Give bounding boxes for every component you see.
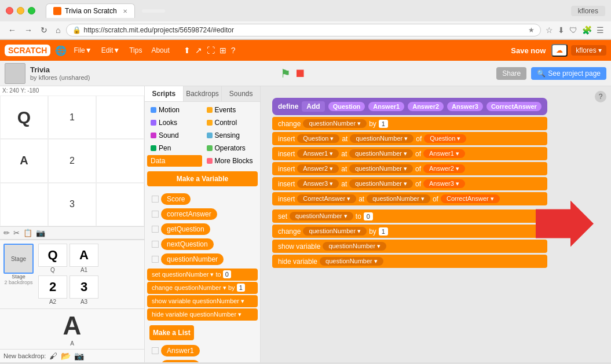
globe-icon[interactable]: 🌐 — [55, 45, 67, 56]
sprite-item-a1[interactable]: A A1 — [69, 244, 98, 273]
pointer-icon[interactable]: ↗ — [195, 46, 202, 55]
cat-sensing[interactable]: Sensing — [203, 130, 258, 141]
var-score-pill[interactable]: Score — [161, 193, 191, 205]
back-button[interactable]: ← — [6, 24, 19, 36]
paint-icon[interactable]: 🖌 — [49, 351, 57, 361]
scratch-cloud-button[interactable]: ☁ — [551, 44, 568, 57]
var-correct-answer-pill[interactable]: correctAnswer — [161, 208, 217, 220]
var-question-number-checkbox[interactable] — [152, 256, 159, 263]
menu-edit[interactable]: Edit▼ — [99, 45, 123, 56]
profile-button[interactable]: kflores — [571, 6, 605, 16]
insert-label2: insert — [278, 150, 295, 158]
block-change-qn2[interactable]: change questionNumber ▾ by 1 — [272, 225, 547, 238]
events-dot — [207, 107, 213, 113]
change-block[interactable]: change questionNumber ▾ by 1 — [147, 282, 258, 294]
extension-icon[interactable]: 🧩 — [581, 24, 593, 36]
cat-data[interactable]: Data — [147, 155, 202, 167]
tab-sounds[interactable]: Sounds — [222, 86, 260, 101]
block-insert-a3[interactable]: insert Answer3 ▾ at questionNumber ▾ of … — [272, 177, 547, 190]
set-block[interactable]: set questionNumber ▾ to 0 — [147, 269, 258, 281]
block-insert-ca[interactable]: insert CorrectAnswer ▾ at questionNumber… — [272, 192, 547, 205]
stage-camera-icon[interactable]: 📷 — [36, 229, 45, 237]
hide-block[interactable]: hide variable questionNumber ▾ — [147, 308, 258, 321]
compress-icon[interactable]: ⊞ — [219, 46, 226, 55]
close-button[interactable] — [6, 7, 13, 14]
stage-copy-icon[interactable]: 📋 — [23, 229, 32, 237]
sprites-panel: Stage Stage 2 backdrops Q Q A A1 — [0, 240, 144, 362]
stop-button[interactable]: ⏹ — [294, 67, 306, 80]
tab-scripts[interactable]: Scripts — [145, 86, 184, 101]
var-answer2-pill[interactable]: Answer2 — [161, 360, 200, 362]
cat-looks[interactable]: Looks — [147, 117, 202, 128]
help-icon[interactable]: ? — [231, 46, 236, 55]
menu-tips[interactable]: Tips — [127, 45, 144, 56]
operators-dot — [207, 145, 213, 151]
of-label5: of — [433, 195, 438, 203]
see-project-button[interactable]: 🔍 See project page — [531, 67, 606, 80]
download-icon[interactable]: ⬇ — [557, 24, 566, 36]
browser-tab[interactable]: Trivia on Scratch ✕ — [46, 3, 135, 18]
share-button[interactable]: Share — [496, 67, 526, 80]
new-tab[interactable] — [142, 9, 165, 13]
var-answer1-pill[interactable]: Answer1 — [161, 345, 200, 356]
insert-label4: insert — [278, 180, 295, 188]
folder-icon[interactable]: 📂 — [61, 351, 71, 361]
cat-control[interactable]: Control — [203, 117, 258, 128]
scratch-logo[interactable]: SCRATCH — [5, 45, 50, 56]
cat-events[interactable]: Events — [203, 104, 258, 116]
bookmark-icon[interactable]: ☆ — [544, 24, 554, 36]
var-correct-answer-checkbox[interactable] — [152, 211, 159, 218]
var-next-question-checkbox[interactable] — [152, 241, 159, 248]
block-change-qn[interactable]: change questionNumber ▾ by 1 — [272, 117, 547, 130]
var-answer1-checkbox[interactable] — [152, 347, 159, 354]
menu-file[interactable]: File▼ — [71, 45, 94, 56]
make-variable-button[interactable]: Make a Variable — [147, 171, 258, 186]
tab-backdrops[interactable]: Backdrops — [184, 86, 222, 101]
green-flag-button[interactable]: ⚑ — [280, 67, 291, 80]
fullscreen-icon[interactable]: ⛶ — [207, 46, 215, 55]
address-bar[interactable]: 🔒 https://scratch.mit.edu/projects/56598… — [66, 24, 541, 36]
help-button[interactable]: ? — [595, 91, 606, 102]
stage-area: X: 240 Y: -180 Q 1 A 2 3 ✏ ✂ � — [0, 86, 145, 362]
fullscreen-button[interactable] — [28, 7, 35, 14]
block-insert-q[interactable]: insert Question ▾ at questionNumber ▾ of… — [272, 132, 547, 145]
cat-sound[interactable]: Sound — [147, 130, 202, 141]
block-insert-a1[interactable]: insert Answer1 ▾ at questionNumber ▾ of … — [272, 147, 547, 160]
block-hide-qn[interactable]: hide variable questionNumber ▾ — [272, 255, 547, 268]
camera-icon[interactable]: 📷 — [74, 351, 84, 361]
menu-about[interactable]: About — [149, 45, 171, 56]
cat-motion[interactable]: Motion — [147, 104, 202, 116]
cat-pen[interactable]: Pen — [147, 142, 202, 154]
block-insert-a2[interactable]: insert Answer2 ▾ at questionNumber ▾ of … — [272, 162, 547, 175]
refresh-button[interactable]: ↻ — [38, 24, 50, 36]
cat-sensing-label: Sensing — [215, 131, 240, 139]
make-list-button[interactable]: Make a List — [149, 325, 194, 340]
var-next-question-pill[interactable]: nextQuestion — [161, 238, 214, 250]
minimize-button[interactable] — [17, 7, 24, 14]
save-now-button[interactable]: Save now — [511, 46, 546, 55]
cat-operators[interactable]: Operators — [203, 142, 258, 154]
project-name[interactable]: Trivia — [30, 65, 90, 74]
var-get-question-pill[interactable]: getQuestion — [161, 223, 210, 235]
settings-icon[interactable]: ☰ — [595, 24, 605, 36]
home-button[interactable]: ⌂ — [53, 24, 63, 36]
sprite-item-q[interactable]: Q Q — [38, 244, 67, 273]
stage-thumbnail[interactable]: Stage — [3, 244, 34, 274]
cat-more-blocks[interactable]: More Blocks — [203, 155, 258, 167]
sprite-item-3[interactable]: 3 A3 — [69, 275, 98, 305]
shield-icon[interactable]: 🛡 — [568, 24, 579, 36]
upload-icon[interactable]: ⬆ — [184, 46, 191, 55]
stage-pencil-icon[interactable]: ✏ — [3, 229, 10, 237]
var-get-question-checkbox[interactable] — [152, 226, 159, 233]
stage-cut-icon[interactable]: ✂ — [13, 229, 20, 237]
define-block[interactable]: define Add Question Answer1 Answer2 Answ… — [272, 98, 547, 115]
var-score-checkbox[interactable] — [152, 196, 159, 203]
tab-close-icon[interactable]: ✕ — [123, 8, 127, 14]
show-block[interactable]: show variable questionNumber ▾ — [147, 295, 258, 307]
forward-button[interactable]: → — [22, 24, 35, 36]
user-menu-button[interactable]: kflores ▾ — [571, 45, 606, 56]
sprite-item-2[interactable]: 2 A2 — [38, 275, 67, 305]
var-question-number-pill[interactable]: questionNumber — [161, 253, 224, 265]
block-show-qn[interactable]: show variable questionNumber ▾ — [272, 240, 547, 253]
block-set-qn[interactable]: set questionNumber ▾ to 0 — [272, 209, 547, 223]
